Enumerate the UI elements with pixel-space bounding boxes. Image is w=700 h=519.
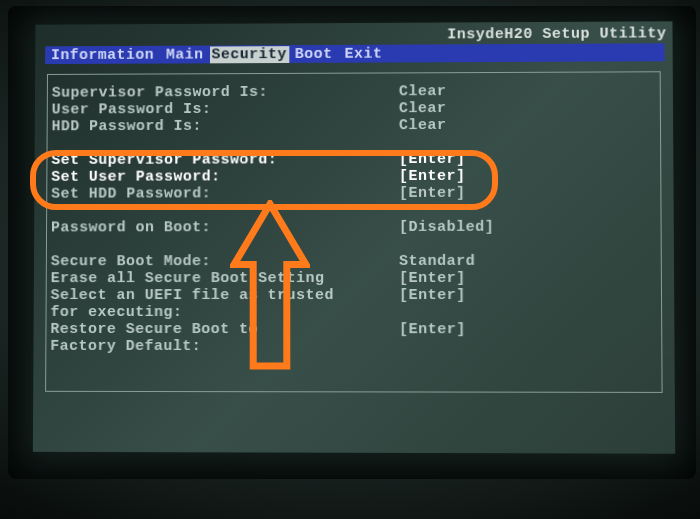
setting-label: Password on Boot: — [51, 219, 399, 236]
setting-value: Standard — [399, 253, 475, 270]
blank-row — [48, 133, 661, 152]
setting-row: Factory Default: — [46, 338, 661, 356]
setting-row[interactable]: Select an UEFI file as trusted[Enter] — [47, 287, 661, 304]
setting-value: [Enter] — [399, 287, 466, 304]
menu-bar: Information Main Security Boot Exit — [45, 43, 665, 64]
setting-row[interactable]: Set HDD Password:[Enter] — [47, 184, 660, 202]
menu-boot[interactable]: Boot — [289, 45, 339, 62]
setting-value: [Disabled] — [399, 219, 494, 236]
setting-label: User Password Is: — [52, 100, 399, 118]
setting-label: Restore Secure Boot to — [50, 321, 399, 338]
setting-value: [Enter] — [399, 321, 466, 338]
setting-label: Select an UEFI file as trusted — [51, 287, 400, 304]
setting-value: Clear — [399, 100, 447, 117]
setting-label: Set Supervisor Password: — [51, 151, 399, 169]
setting-row[interactable]: Set User Password:[Enter] — [47, 167, 660, 185]
menu-information[interactable]: Information — [45, 46, 160, 63]
content-panel: Supervisor Password Is:ClearUser Passwor… — [45, 71, 663, 393]
setting-row: HDD Password Is:Clear — [48, 116, 660, 135]
utility-title: InsydeH20 Setup Utility — [447, 25, 666, 43]
setting-label: Erase all Secure Boot Setting — [51, 270, 399, 287]
setting-value: [Enter] — [399, 270, 466, 287]
setting-row: User Password Is:Clear — [48, 99, 660, 118]
setting-label: HDD Password Is: — [52, 117, 399, 135]
setting-value: Clear — [399, 117, 447, 134]
menu-main[interactable]: Main — [160, 46, 210, 63]
setting-row[interactable]: Erase all Secure Boot Setting[Enter] — [47, 270, 661, 287]
setting-value: [Enter] — [399, 151, 466, 168]
blank-row — [47, 201, 660, 219]
setting-value: [Enter] — [399, 185, 466, 202]
setting-row[interactable]: Set Supervisor Password:[Enter] — [47, 150, 660, 169]
setting-row[interactable]: Password on Boot:[Disabled] — [47, 219, 661, 237]
setting-row: Secure Boot Mode:Standard — [47, 253, 661, 270]
setting-label: Secure Boot Mode: — [51, 253, 399, 270]
setting-value: Clear — [399, 83, 447, 100]
menu-security[interactable]: Security — [210, 46, 289, 63]
menu-exit[interactable]: Exit — [339, 45, 389, 62]
setting-label: Supervisor Password Is: — [52, 83, 399, 101]
setting-row[interactable]: Restore Secure Boot to[Enter] — [46, 321, 661, 338]
setting-value: [Enter] — [399, 168, 466, 185]
bios-screen: InsydeH20 Setup Utility Information Main… — [33, 21, 675, 453]
blank-row — [47, 236, 661, 254]
setting-label: Factory Default: — [50, 338, 399, 355]
setting-label: Set HDD Password: — [51, 185, 399, 203]
setting-row: for executing: — [47, 304, 662, 321]
setting-label: for executing: — [50, 304, 399, 321]
setting-label: Set User Password: — [51, 168, 399, 186]
